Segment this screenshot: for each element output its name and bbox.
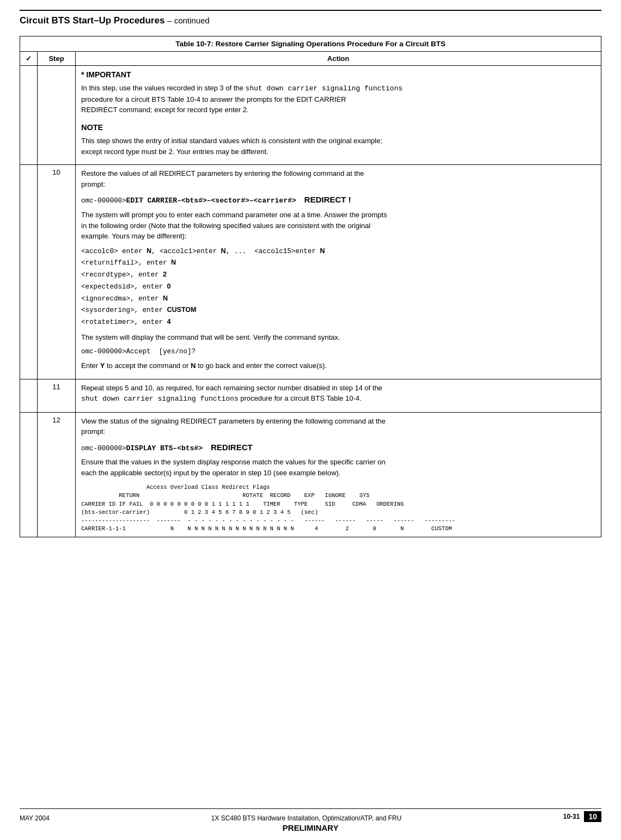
step-num-10 xyxy=(38,66,76,165)
page-header: Circuit BTS Start–Up Procedures – contin… xyxy=(20,10,601,26)
header-title: Circuit BTS Start–Up Procedures xyxy=(20,15,165,26)
table-row-step11: 11 Repeat steps 5 and 10, as required, f… xyxy=(20,379,601,412)
param-returniffail: <returniffail>, enter N xyxy=(81,257,595,268)
footer-doc-title: 1X SC480 BTS Hardware Installation, Opti… xyxy=(50,814,563,822)
display-table: Access Overload Class Redirect Flags RET… xyxy=(81,483,595,533)
col-header-row: ✓ Step Action xyxy=(20,52,601,66)
cmd1-prefix: omc-000000> xyxy=(81,197,126,205)
important-text: In this step, use the values recorded in… xyxy=(81,83,595,115)
table-row: * IMPORTANT In this step, use the values… xyxy=(20,66,601,165)
arrow-cell xyxy=(20,66,38,165)
param-expectedsid: <expectedsid>, enter 0 xyxy=(81,281,595,292)
cmd3-main: DISPLAY BTS–<bts#> xyxy=(126,444,203,452)
action-cell-10b: Restore the values of all REDIRECT param… xyxy=(76,165,601,379)
main-table: Table 10-7: Restore Carrier Signaling Op… xyxy=(20,36,601,537)
important-title: * IMPORTANT xyxy=(81,69,595,81)
check-symbol: ✓ xyxy=(26,54,32,63)
display-table-content: Access Overload Class Redirect Flags RET… xyxy=(81,483,595,533)
table-title: Table 10-7: Restore Carrier Signaling Op… xyxy=(20,36,601,52)
step10-enter-y: Enter Y to accept the command or N to go… xyxy=(81,360,595,371)
note-text: This step shows the entry of initial sta… xyxy=(81,136,595,157)
cmd1-line: omc-000000>EDIT CARRIER–<bts#>–<sector#>… xyxy=(81,194,595,206)
step10-after-cmd: The system will prompt you to enter each… xyxy=(81,210,595,242)
step12-intro: View the status of the signaling REDIREC… xyxy=(81,416,595,437)
page-footer: MAY 2004 1X SC480 BTS Hardware Installat… xyxy=(0,808,621,832)
section-num-box: 10 xyxy=(584,811,601,822)
footer-top: MAY 2004 1X SC480 BTS Hardware Installat… xyxy=(20,808,601,822)
col-action-header: Action xyxy=(76,52,601,66)
cmd3-line: omc-000000>DISPLAY BTS–<bts#> REDIRECT xyxy=(81,442,595,454)
cmd3-redirect: REDIRECT xyxy=(211,443,253,452)
footer-preliminary: PRELIMINARY xyxy=(20,823,601,832)
step-num-11: 11 xyxy=(38,379,76,412)
cmd3-prefix: omc-000000> xyxy=(81,445,126,452)
cmd2-line: omc-000000>Accept [yes/no]? xyxy=(81,347,595,357)
step11-text: Repeat steps 5 and 10, as required, for … xyxy=(81,383,595,404)
arrow-cell-10 xyxy=(20,165,38,379)
col-check: ✓ xyxy=(20,52,38,66)
param-sysordering: <sysordering>, enter CUSTOM xyxy=(81,305,595,316)
step12-ensure: Ensure that the values in the system dis… xyxy=(81,457,595,478)
step10-intro: Restore the values of all REDIRECT param… xyxy=(81,168,595,189)
param-recordtype: <recordtype>, enter 2 xyxy=(81,269,595,280)
footer-right: 10-31 10 xyxy=(563,811,601,822)
param-ignorecdma: <ignorecdma>, enter N xyxy=(81,293,595,304)
arrow-cell-11 xyxy=(20,379,38,412)
footer-page-num: 10-31 xyxy=(563,813,580,820)
table-row-step10: 10 Restore the values of all REDIRECT pa… xyxy=(20,165,601,379)
step10-verify: The system will display the command that… xyxy=(81,332,595,343)
col-step-header: Step xyxy=(38,52,76,66)
header-subtitle: – continued xyxy=(167,16,210,25)
table-title-row: Table 10-7: Restore Carrier Signaling Op… xyxy=(20,36,601,52)
action-cell-12: View the status of the signaling REDIREC… xyxy=(76,412,601,537)
cmd1-redirect: REDIRECT ! xyxy=(305,195,351,204)
note-title: NOTE xyxy=(81,122,595,134)
footer-date: MAY 2004 xyxy=(20,814,50,822)
table-row-step12: 12 View the status of the signaling REDI… xyxy=(20,412,601,537)
action-cell-10: * IMPORTANT In this step, use the values… xyxy=(76,66,601,165)
step-num-10b: 10 xyxy=(38,165,76,379)
step-num-12: 12 xyxy=(38,412,76,537)
arrow-cell-12 xyxy=(20,412,38,537)
cmd1-main: EDIT CARRIER–<bts#>–<sector#>–<carrier#> xyxy=(126,197,296,205)
param-rotatetimer: <rotatetimer>, enter 4 xyxy=(81,317,595,328)
param-accolc: <accolc0> enter N, <accolc1>enter N, ...… xyxy=(81,246,595,257)
action-cell-11: Repeat steps 5 and 10, as required, for … xyxy=(76,379,601,412)
